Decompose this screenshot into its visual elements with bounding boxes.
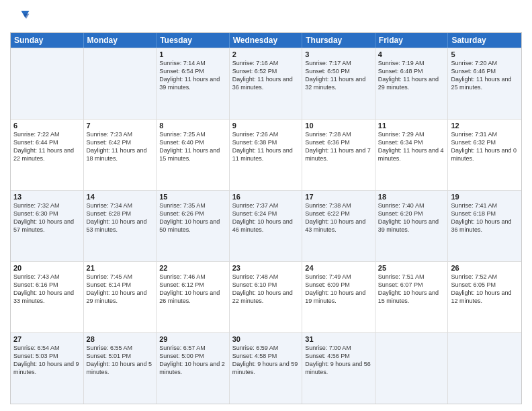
day-number: 14 <box>87 193 154 201</box>
day-info-text: Sunrise: 7:41 AM Sunset: 6:18 PM Dayligh… <box>451 201 519 234</box>
day-info-text: Sunrise: 7:32 AM Sunset: 6:30 PM Dayligh… <box>13 201 81 234</box>
table-row: 21Sunrise: 7:45 AM Sunset: 6:14 PM Dayli… <box>84 262 157 332</box>
table-row: 9Sunrise: 7:26 AM Sunset: 6:38 PM Daylig… <box>230 120 303 190</box>
table-row: 14Sunrise: 7:34 AM Sunset: 6:28 PM Dayli… <box>84 191 157 261</box>
table-row: 22Sunrise: 7:46 AM Sunset: 6:12 PM Dayli… <box>157 262 230 332</box>
svg-marker-1 <box>24 14 30 19</box>
day-number: 6 <box>13 122 81 130</box>
day-info-text: Sunrise: 7:51 AM Sunset: 6:07 PM Dayligh… <box>378 273 445 306</box>
table-row: 28Sunrise: 6:55 AM Sunset: 5:01 PM Dayli… <box>84 333 157 404</box>
day-info-text: Sunrise: 7:28 AM Sunset: 6:36 PM Dayligh… <box>305 130 372 163</box>
table-row: 23Sunrise: 7:48 AM Sunset: 6:10 PM Dayli… <box>230 262 303 332</box>
calendar: SundayMondayTuesdayWednesdayThursdayFrid… <box>10 32 522 404</box>
day-info-text: Sunrise: 7:38 AM Sunset: 6:22 PM Dayligh… <box>305 201 372 234</box>
day-number: 9 <box>232 122 300 130</box>
day-header-wednesday: Wednesday <box>230 33 303 48</box>
table-row: 2Sunrise: 7:16 AM Sunset: 6:52 PM Daylig… <box>230 48 303 119</box>
table-row: 19Sunrise: 7:41 AM Sunset: 6:18 PM Dayli… <box>448 191 521 261</box>
calendar-row-0: 1Sunrise: 7:14 AM Sunset: 6:54 PM Daylig… <box>11 48 521 119</box>
day-number: 4 <box>378 50 445 58</box>
day-info-text: Sunrise: 7:23 AM Sunset: 6:42 PM Dayligh… <box>87 130 154 163</box>
day-info-text: Sunrise: 7:34 AM Sunset: 6:28 PM Dayligh… <box>87 201 154 234</box>
day-info-text: Sunrise: 7:35 AM Sunset: 6:26 PM Dayligh… <box>159 201 226 234</box>
day-info-text: Sunrise: 6:59 AM Sunset: 4:58 PM Dayligh… <box>232 344 300 377</box>
table-row: 16Sunrise: 7:37 AM Sunset: 6:24 PM Dayli… <box>230 191 303 261</box>
table-row: 1Sunrise: 7:14 AM Sunset: 6:54 PM Daylig… <box>157 48 230 119</box>
day-header-friday: Friday <box>375 33 449 48</box>
day-number: 8 <box>159 122 226 130</box>
day-number: 31 <box>305 335 372 343</box>
day-info-text: Sunrise: 7:31 AM Sunset: 6:32 PM Dayligh… <box>451 130 519 163</box>
day-info-text: Sunrise: 7:40 AM Sunset: 6:20 PM Dayligh… <box>378 201 445 234</box>
table-row: 26Sunrise: 7:52 AM Sunset: 6:05 PM Dayli… <box>448 262 521 332</box>
day-header-saturday: Saturday <box>448 33 521 48</box>
day-info-text: Sunrise: 7:46 AM Sunset: 6:12 PM Dayligh… <box>159 273 226 306</box>
day-header-thursday: Thursday <box>302 33 375 48</box>
table-row: 18Sunrise: 7:40 AM Sunset: 6:20 PM Dayli… <box>375 191 449 261</box>
day-number: 18 <box>378 193 445 201</box>
calendar-header-row: SundayMondayTuesdayWednesdayThursdayFrid… <box>11 33 521 48</box>
day-info-text: Sunrise: 7:26 AM Sunset: 6:38 PM Dayligh… <box>232 130 300 163</box>
day-info-text: Sunrise: 7:14 AM Sunset: 6:54 PM Dayligh… <box>159 59 226 92</box>
table-row: 5Sunrise: 7:20 AM Sunset: 6:46 PM Daylig… <box>448 48 521 119</box>
table-row: 7Sunrise: 7:23 AM Sunset: 6:42 PM Daylig… <box>84 120 157 190</box>
table-row: 30Sunrise: 6:59 AM Sunset: 4:58 PM Dayli… <box>230 333 303 404</box>
table-row: 31Sunrise: 7:00 AM Sunset: 4:56 PM Dayli… <box>302 333 375 404</box>
table-row: 6Sunrise: 7:22 AM Sunset: 6:44 PM Daylig… <box>11 120 84 190</box>
day-number: 19 <box>451 193 519 201</box>
calendar-row-2: 13Sunrise: 7:32 AM Sunset: 6:30 PM Dayli… <box>11 190 521 261</box>
table-row: 3Sunrise: 7:17 AM Sunset: 6:50 PM Daylig… <box>302 48 375 119</box>
day-info-text: Sunrise: 7:48 AM Sunset: 6:10 PM Dayligh… <box>232 273 300 306</box>
page-header <box>10 7 522 27</box>
day-number: 20 <box>13 264 81 272</box>
table-row: 12Sunrise: 7:31 AM Sunset: 6:32 PM Dayli… <box>448 120 521 190</box>
day-number: 22 <box>159 264 226 272</box>
day-number: 1 <box>159 50 226 58</box>
calendar-body: 1Sunrise: 7:14 AM Sunset: 6:54 PM Daylig… <box>11 48 521 404</box>
day-info-text: Sunrise: 7:20 AM Sunset: 6:46 PM Dayligh… <box>451 59 519 92</box>
day-header-sunday: Sunday <box>11 33 84 48</box>
calendar-row-1: 6Sunrise: 7:22 AM Sunset: 6:44 PM Daylig… <box>11 119 521 190</box>
day-number: 23 <box>232 264 300 272</box>
day-header-monday: Monday <box>84 33 157 48</box>
table-row: 8Sunrise: 7:25 AM Sunset: 6:40 PM Daylig… <box>157 120 230 190</box>
table-row: 20Sunrise: 7:43 AM Sunset: 6:16 PM Dayli… <box>11 262 84 332</box>
day-info-text: Sunrise: 7:29 AM Sunset: 6:34 PM Dayligh… <box>378 130 445 163</box>
day-info-text: Sunrise: 7:37 AM Sunset: 6:24 PM Dayligh… <box>232 201 300 234</box>
day-number: 2 <box>232 50 300 58</box>
day-info-text: Sunrise: 7:52 AM Sunset: 6:05 PM Dayligh… <box>451 273 519 306</box>
day-info-text: Sunrise: 6:57 AM Sunset: 5:00 PM Dayligh… <box>159 344 226 377</box>
day-info-text: Sunrise: 7:25 AM Sunset: 6:40 PM Dayligh… <box>159 130 226 163</box>
day-info-text: Sunrise: 6:54 AM Sunset: 5:03 PM Dayligh… <box>13 344 81 377</box>
logo-icon <box>10 7 30 27</box>
day-number: 12 <box>451 122 519 130</box>
table-row: 4Sunrise: 7:19 AM Sunset: 6:48 PM Daylig… <box>375 48 449 119</box>
day-info-text: Sunrise: 7:00 AM Sunset: 4:56 PM Dayligh… <box>305 344 372 377</box>
calendar-row-3: 20Sunrise: 7:43 AM Sunset: 6:16 PM Dayli… <box>11 261 521 332</box>
day-number: 10 <box>305 122 372 130</box>
day-number: 26 <box>451 264 519 272</box>
day-number: 24 <box>305 264 372 272</box>
day-info-text: Sunrise: 7:22 AM Sunset: 6:44 PM Dayligh… <box>13 130 81 163</box>
day-number: 16 <box>232 193 300 201</box>
day-number: 28 <box>87 335 154 343</box>
calendar-row-4: 27Sunrise: 6:54 AM Sunset: 5:03 PM Dayli… <box>11 332 521 404</box>
day-info-text: Sunrise: 7:16 AM Sunset: 6:52 PM Dayligh… <box>232 59 300 92</box>
day-info-text: Sunrise: 7:49 AM Sunset: 6:09 PM Dayligh… <box>305 273 372 306</box>
day-number: 21 <box>87 264 154 272</box>
table-row: 24Sunrise: 7:49 AM Sunset: 6:09 PM Dayli… <box>302 262 375 332</box>
day-number: 3 <box>305 50 372 58</box>
table-row: 11Sunrise: 7:29 AM Sunset: 6:34 PM Dayli… <box>375 120 449 190</box>
day-number: 25 <box>378 264 445 272</box>
day-number: 30 <box>232 335 300 343</box>
table-row <box>11 48 84 119</box>
day-number: 29 <box>159 335 226 343</box>
day-number: 17 <box>305 193 372 201</box>
day-info-text: Sunrise: 7:17 AM Sunset: 6:50 PM Dayligh… <box>305 59 372 92</box>
day-number: 7 <box>87 122 154 130</box>
table-row: 10Sunrise: 7:28 AM Sunset: 6:36 PM Dayli… <box>302 120 375 190</box>
day-info-text: Sunrise: 6:55 AM Sunset: 5:01 PM Dayligh… <box>87 344 154 377</box>
day-info-text: Sunrise: 7:19 AM Sunset: 6:48 PM Dayligh… <box>378 59 445 92</box>
logo <box>10 7 33 27</box>
table-row: 13Sunrise: 7:32 AM Sunset: 6:30 PM Dayli… <box>11 191 84 261</box>
